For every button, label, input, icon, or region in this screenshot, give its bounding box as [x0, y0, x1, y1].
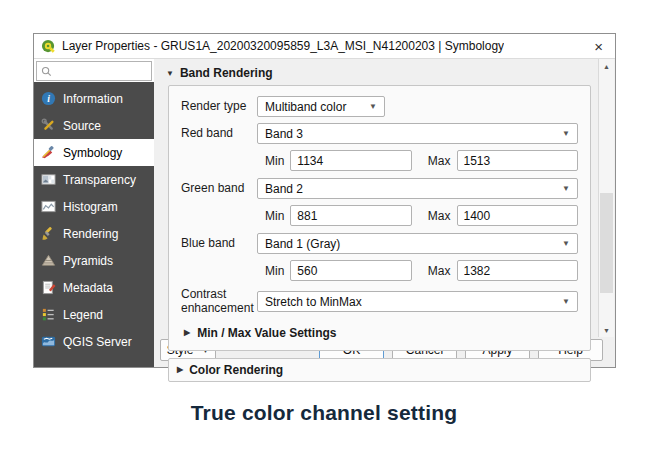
vertical-scrollbar[interactable]: ▲ ▼ [598, 59, 614, 337]
blue-band-select[interactable]: Band 1 (Gray) ▼ [257, 233, 578, 254]
contrast-enhancement-select[interactable]: Stretch to MinMax ▼ [257, 291, 578, 312]
symbology-icon [41, 145, 56, 160]
color-rendering-frame: ▶ Color Rendering [168, 358, 591, 382]
rendering-icon [41, 226, 56, 241]
blue-max-input[interactable] [457, 260, 579, 281]
chevron-down-icon: ▼ [562, 129, 570, 138]
scrollbar-thumb[interactable] [600, 193, 613, 293]
green-max-label: Max [428, 209, 451, 223]
layer-properties-dialog: Layer Properties - GRUS1A_20200320095859… [33, 33, 616, 368]
metadata-icon [41, 280, 56, 295]
sidebar-item-pyramids[interactable]: Pyramids [34, 247, 154, 274]
green-band-label: Green band [181, 182, 257, 196]
qgis-server-icon [41, 334, 56, 349]
chevron-down-icon: ▼ [369, 102, 377, 111]
red-max-input[interactable] [457, 150, 579, 171]
sidebar-item-transparency[interactable]: Transparency [34, 166, 154, 193]
red-band-label: Red band [181, 127, 257, 141]
blue-min-input[interactable] [290, 260, 412, 281]
legend-icon [41, 307, 56, 322]
chevron-down-icon: ▼ [562, 239, 570, 248]
sidebar-item-source[interactable]: Source [34, 112, 154, 139]
svg-text:i: i [47, 93, 50, 104]
green-band-select[interactable]: Band 2 ▼ [257, 178, 578, 199]
render-type-label: Render type [181, 100, 257, 114]
expanded-arrow-icon: ▼ [166, 69, 174, 78]
histogram-icon [41, 199, 56, 214]
chevron-down-icon: ▼ [562, 297, 570, 306]
sidebar-nav: i Information Source [34, 82, 154, 367]
qgis-logo-icon [41, 39, 56, 54]
scroll-up-icon[interactable]: ▲ [599, 59, 614, 73]
green-max-input[interactable] [457, 205, 579, 226]
title-bar: Layer Properties - GRUS1A_20200320095859… [34, 34, 615, 59]
red-min-label: Min [265, 154, 284, 168]
scrollbar-track[interactable] [599, 73, 614, 323]
contrast-enhancement-label: Contrast enhancement [181, 288, 257, 316]
blue-band-label: Blue band [181, 237, 257, 251]
collapsed-arrow-icon: ▶ [184, 328, 190, 337]
transparency-icon [41, 172, 56, 187]
close-icon[interactable]: × [590, 38, 607, 55]
window-title: Layer Properties - GRUS1A_20200320095859… [62, 39, 504, 53]
search-input[interactable] [55, 65, 147, 77]
band-rendering-frame: Render type Multiband color ▼ Red band B… [168, 85, 591, 351]
red-max-label: Max [428, 154, 451, 168]
collapsed-arrow-icon: ▶ [177, 365, 183, 374]
blue-max-label: Max [428, 264, 451, 278]
sidebar-item-legend[interactable]: Legend [34, 301, 154, 328]
blue-min-label: Min [265, 264, 284, 278]
chevron-down-icon: ▼ [562, 184, 570, 193]
symbology-panel: ▼ Band Rendering Render type Multiband c… [154, 59, 615, 337]
information-icon: i [41, 91, 56, 106]
color-rendering-section-header[interactable]: ▶ Color Rendering [177, 363, 582, 377]
search-icon [41, 66, 52, 77]
sidebar-item-rendering[interactable]: Rendering [34, 220, 154, 247]
pyramids-icon [41, 253, 56, 268]
green-min-input[interactable] [290, 205, 412, 226]
red-band-select[interactable]: Band 3 ▼ [257, 123, 578, 144]
minmax-settings-section-header[interactable]: ▶ Min / Max Value Settings [184, 326, 578, 340]
figure-caption: True color channel setting [0, 401, 648, 425]
source-icon [41, 118, 56, 133]
red-min-input[interactable] [290, 150, 412, 171]
green-min-label: Min [265, 209, 284, 223]
sidebar-item-histogram[interactable]: Histogram [34, 193, 154, 220]
sidebar-item-symbology[interactable]: Symbology [34, 139, 154, 166]
sidebar-item-qgis-server[interactable]: QGIS Server [34, 328, 154, 355]
scroll-down-icon[interactable]: ▼ [599, 323, 614, 337]
render-type-select[interactable]: Multiband color ▼ [257, 96, 385, 117]
sidebar-search[interactable] [36, 61, 152, 81]
sidebar-item-metadata[interactable]: Metadata [34, 274, 154, 301]
sidebar-item-information[interactable]: i Information [34, 85, 154, 112]
sidebar: i Information Source [34, 59, 154, 367]
band-rendering-section-header[interactable]: ▼ Band Rendering [166, 66, 591, 80]
band-rendering-title: Band Rendering [180, 66, 273, 80]
